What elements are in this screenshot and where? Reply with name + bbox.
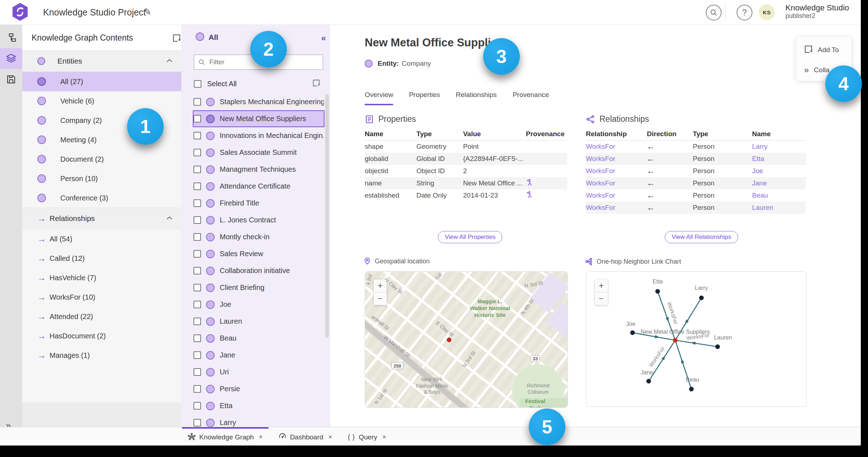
item-checkbox[interactable]	[193, 149, 201, 156]
sidebar-item-relationship[interactable]: →Attended (22)	[22, 307, 181, 326]
item-checkbox[interactable]	[193, 183, 201, 190]
list-item[interactable]: New Metal Office Suppliers	[193, 110, 325, 127]
edit-title-icon[interactable]: ✎	[144, 6, 151, 18]
item-checkbox[interactable]	[193, 132, 201, 139]
save-icon[interactable]	[0, 69, 22, 90]
list-item[interactable]: Client Briefing	[193, 279, 325, 296]
map-canvas[interactable]: k RdW Clay StSalN 3rd Starshall StW Mars…	[365, 272, 568, 407]
table-row[interactable]: globalidGlobal ID{A228944F-0EF5-...	[365, 153, 567, 165]
list-item[interactable]: Innovations in Mechanical Engin...	[193, 127, 325, 144]
select-all-row[interactable]: Select All	[194, 77, 323, 91]
sidebar-item-relationship[interactable]: →Manages (1)	[22, 346, 181, 365]
related-entity-link[interactable]: Beau	[752, 191, 806, 199]
tab-relationships[interactable]: Relationships	[456, 91, 497, 105]
sidebar-item-relationship[interactable]: →WorksFor (10)	[22, 287, 181, 307]
view-all-properties-button[interactable]: View All Properties	[438, 231, 502, 243]
link-chart-node[interactable]	[630, 331, 635, 335]
close-tab-icon[interactable]: ×	[328, 433, 332, 441]
sidebar-item-entity[interactable]: Document (2)	[22, 149, 181, 169]
related-entity-link[interactable]: Etta	[752, 155, 806, 163]
table-row[interactable]: shapeGeometryPoint	[365, 140, 567, 153]
related-entity-link[interactable]: Larry	[752, 143, 806, 151]
item-checkbox[interactable]	[193, 351, 201, 359]
sidebar-item-relationship[interactable]: →Called (12)	[22, 249, 181, 268]
item-checkbox[interactable]	[193, 318, 201, 325]
table-row[interactable]: establishedDate Only2014-01-23	[365, 189, 567, 202]
help-button[interactable]: ?	[737, 5, 752, 20]
zoom-in-button[interactable]: +	[374, 280, 387, 292]
zoom-out-button[interactable]: −	[595, 292, 608, 305]
list-item[interactable]: Collaboration initiative	[193, 262, 325, 279]
item-checkbox[interactable]	[193, 250, 201, 258]
table-row[interactable]: WorksFor←PersonLarry	[586, 140, 806, 153]
item-checkbox[interactable]	[193, 233, 201, 241]
relationship-link[interactable]: WorksFor	[586, 204, 647, 212]
sidebar-item-entity[interactable]: Person (10)	[22, 169, 181, 188]
user-info[interactable]: Knowledge Studio publisher2	[785, 3, 849, 20]
add-to-button[interactable]: Add To	[796, 42, 851, 58]
tab-provenance[interactable]: Provenance	[513, 91, 549, 105]
item-checkbox[interactable]	[193, 385, 201, 393]
list-item[interactable]: L. Jones Contract	[193, 212, 325, 228]
add-page-icon[interactable]	[172, 34, 181, 44]
zoom-out-button[interactable]: −	[374, 292, 387, 305]
item-checkbox[interactable]	[193, 267, 201, 274]
sidebar-item-relationship[interactable]: →HasVehicle (7)	[22, 268, 181, 287]
collapse-panel-icon[interactable]: «	[321, 33, 326, 43]
link-chart[interactable]: EttaLarryJoeLaurenJaneBeauNew Metal Offi…	[586, 271, 807, 407]
relationships-section-header[interactable]: → Relationships	[22, 208, 181, 229]
item-checkbox[interactable]	[193, 284, 201, 291]
select-all-checkbox[interactable]	[194, 80, 201, 88]
list-item[interactable]: Sales Associate Summit	[193, 144, 325, 161]
relationship-link[interactable]: WorksFor	[586, 155, 647, 163]
item-checkbox[interactable]	[193, 419, 201, 426]
add-page-icon[interactable]	[312, 79, 320, 88]
link-chart-node[interactable]	[699, 296, 704, 300]
relationship-link[interactable]: WorksFor	[586, 143, 647, 151]
sidebar-item-entity[interactable]: All (27)	[22, 72, 181, 91]
list-item[interactable]: Sales Review	[193, 245, 325, 262]
relationship-link[interactable]: WorksFor	[586, 167, 647, 175]
list-item[interactable]: Firebird Title	[193, 195, 325, 212]
related-entity-link[interactable]: Joe	[752, 167, 806, 175]
item-checkbox[interactable]	[193, 301, 201, 308]
item-checkbox[interactable]	[193, 115, 201, 123]
link-chart-node[interactable]	[655, 289, 660, 294]
list-item[interactable]: Uri	[193, 364, 325, 380]
hierarchy-icon[interactable]	[0, 27, 22, 48]
bottom-tab-dashboard[interactable]: Dashboard×	[273, 427, 338, 446]
link-chart-node[interactable]	[689, 387, 694, 392]
list-item[interactable]: Joe	[193, 296, 325, 313]
item-checkbox[interactable]	[193, 402, 201, 410]
list-item[interactable]: Attendance Certificate	[193, 178, 325, 195]
table-row[interactable]: WorksFor←PersonEtta	[586, 153, 806, 165]
list-item[interactable]: Montly check-in	[193, 228, 325, 245]
related-entity-link[interactable]: Lauren	[752, 204, 806, 212]
item-checkbox[interactable]	[193, 216, 201, 224]
sidebar-item-entity[interactable]: Conference (3)	[22, 188, 181, 208]
collapse-chevron-icon[interactable]	[166, 215, 173, 222]
list-item[interactable]: Etta	[193, 397, 325, 414]
tab-properties[interactable]: Properties	[409, 91, 440, 105]
list-item[interactable]: Jane	[193, 347, 325, 364]
item-checkbox[interactable]	[193, 334, 201, 342]
link-chart-node[interactable]	[647, 379, 651, 384]
sidebar-item-entity[interactable]: Vehicle (6)	[22, 91, 181, 111]
item-checkbox[interactable]	[193, 166, 201, 173]
list-item[interactable]: Persie	[193, 380, 325, 397]
link-chart-center-node[interactable]	[673, 338, 678, 343]
view-all-relationships-button[interactable]: View All Relationships	[665, 231, 738, 243]
zoom-in-button[interactable]: +	[595, 280, 608, 292]
layers-icon[interactable]	[0, 48, 22, 69]
geospatial-map[interactable]: k RdW Clay StSalN 3rd Starshall StW Mars…	[365, 271, 568, 408]
item-checkbox[interactable]	[193, 199, 201, 207]
collapse-chevron-icon[interactable]	[166, 58, 173, 64]
list-item[interactable]: Lauren	[193, 313, 325, 330]
sidebar-item-relationship[interactable]: →All (54)	[22, 229, 181, 249]
provenance-flag-icon[interactable]	[526, 191, 567, 200]
list-item[interactable]: Staplers Mechanical Engineering	[193, 93, 325, 110]
item-checkbox[interactable]	[193, 368, 201, 376]
related-entity-link[interactable]: Jane	[752, 179, 806, 187]
sidebar-item-relationship[interactable]: →HasDocument (2)	[22, 326, 181, 346]
table-row[interactable]: WorksFor←PersonBeau	[586, 189, 806, 202]
